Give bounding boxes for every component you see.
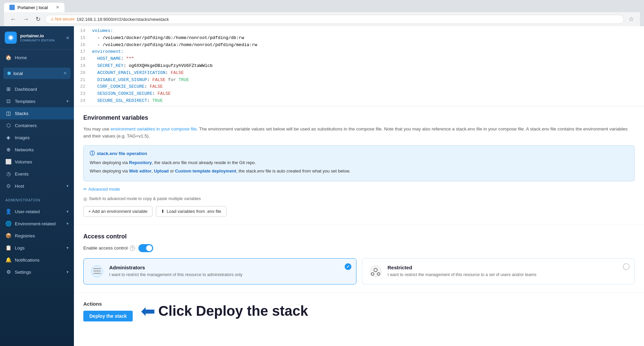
sidebar-item-host[interactable]: ⊙ Host ▾	[0, 180, 74, 192]
sidebar-item-environment-related[interactable]: 🌐 Environment-related ▾	[0, 218, 74, 230]
networks-icon: ⊕	[5, 147, 11, 153]
templates-chevron-icon: ▾	[67, 99, 69, 104]
edit-icon: ✏	[83, 187, 87, 192]
code-area: 14 volumes: 15 - /volume1/docker/pdfding…	[74, 26, 644, 106]
sidebar-item-logs[interactable]: 📋 Logs ▾	[0, 242, 74, 254]
env-compose-link[interactable]: environment variables in your compose fi…	[111, 126, 197, 131]
code-block: 14 volumes: 15 - /volume1/docker/pdfding…	[74, 26, 644, 106]
sidebar-settings-label: Settings	[15, 270, 31, 275]
load-env-variables-button[interactable]: ⬆ Load variables from .env file	[156, 206, 226, 217]
access-cards: Administrators I want to restrict the ma…	[83, 258, 635, 284]
notifications-icon: 🔔	[5, 257, 11, 263]
access-control-toggle[interactable]	[138, 244, 153, 252]
code-line-20: 20 ACCOUNT_EMAIL_VERIFICATION: FALSE	[74, 70, 644, 77]
restricted-title: Restricted	[388, 265, 536, 270]
administrators-card-text: Administrators I want to restrict the ma…	[109, 265, 243, 278]
code-line-14: 14 volumes:	[74, 28, 644, 35]
svg-point-1	[9, 36, 12, 39]
sidebar-home-section: 🏠 Home	[0, 49, 74, 66]
sidebar-item-volumes[interactable]: ⬜ Volumes	[0, 156, 74, 168]
sidebar-item-networks[interactable]: ⊕ Networks	[0, 144, 74, 156]
sidebar-item-templates[interactable]: ⊡ Templates ▾	[0, 95, 74, 107]
sidebar-templates-label: Templates	[15, 99, 36, 104]
access-control-help-icon[interactable]: ?	[130, 245, 135, 251]
logo-icon	[5, 32, 17, 44]
upload-link[interactable]: Upload	[154, 168, 169, 174]
line-content: - /volume1/docker/pdfding/db:/home/nonro…	[91, 35, 644, 42]
line-number: 23	[74, 90, 91, 98]
sidebar-item-containers[interactable]: ⬡ Containers	[0, 119, 74, 131]
add-env-variable-button[interactable]: + Add an environment variable	[83, 206, 153, 217]
images-icon: ◈	[5, 134, 11, 141]
administrators-title: Administrators	[109, 265, 243, 270]
tab-close-button[interactable]: ×	[56, 5, 59, 10]
logo-text: portainer.io	[20, 33, 55, 39]
logo-text-area: portainer.io COMMUNITY EDITION	[20, 33, 55, 42]
repository-link[interactable]: Repository	[129, 160, 152, 165]
sidebar-volumes-label: Volumes	[15, 159, 32, 164]
click-deploy-text: Click Deploy the stack	[158, 303, 308, 319]
sidebar-item-home[interactable]: 🏠 Home	[0, 51, 74, 64]
env-variables-section: Environment variables You may use enviro…	[74, 106, 644, 225]
sidebar-item-images[interactable]: ◈ Images	[0, 131, 74, 144]
home-icon: 🏠	[5, 54, 11, 61]
line-content: environment:	[91, 48, 644, 55]
sidebar-containers-label: Containers	[15, 123, 37, 128]
administrators-desc: I want to restrict the management of thi…	[109, 272, 243, 278]
volumes-icon: ⬜	[5, 159, 11, 165]
line-number: 14	[74, 28, 91, 35]
sidebar-registries-label: Registries	[15, 233, 35, 238]
line-content: volumes:	[91, 28, 644, 35]
web-editor-link[interactable]: Web editor	[129, 168, 152, 174]
code-line-23: 23 SESSION_COOKIE_SECURE: FALSE	[74, 90, 644, 98]
favicon-icon	[9, 5, 15, 10]
sidebar-item-registries[interactable]: 📦 Registries	[0, 230, 74, 242]
env-close-button[interactable]: ×	[63, 70, 67, 76]
app-container: portainer.io COMMUNITY EDITION « 🏠 Home …	[0, 26, 644, 346]
containers-icon: ⬡	[5, 122, 11, 128]
browser-tab[interactable]: Portainer | local ×	[4, 3, 65, 12]
custom-template-link[interactable]: Custom template deployment	[175, 168, 236, 174]
line-content: CSRF_COOKIE_SECURE: FALSE	[91, 83, 644, 90]
restricted-card[interactable]: Restricted I want to restrict the manage…	[362, 258, 635, 284]
env-name: local	[13, 71, 61, 76]
sidebar-item-dashboard[interactable]: ⊞ Dashboard	[0, 83, 74, 95]
administrators-icon	[90, 265, 104, 278]
restricted-radio[interactable]	[623, 263, 630, 270]
sidebar-item-settings[interactable]: ⚙ Settings ▾	[0, 266, 74, 278]
sidebar-item-events[interactable]: ◷ Events	[0, 168, 74, 180]
info-line-1: When deploying via Repository, the stack…	[90, 159, 628, 166]
bookmark-button[interactable]: ☆	[627, 14, 636, 24]
line-number: 21	[74, 77, 91, 84]
sidebar-item-user-related[interactable]: 👤 User-related ▾	[0, 205, 74, 218]
administrators-card[interactable]: Administrators I want to restrict the ma…	[83, 258, 356, 284]
not-secure-indicator: ⚠ Not secure	[50, 17, 75, 22]
env-info-box: ⓘ stack.env file operation When deployin…	[83, 145, 635, 181]
sidebar-item-notifications[interactable]: 🔔 Notifications	[0, 254, 74, 266]
sidebar-item-stacks[interactable]: ◫ Stacks	[0, 107, 74, 119]
line-content: HOST_NAME: "*"	[91, 55, 644, 63]
line-number: 16	[74, 42, 91, 49]
sidebar-collapse-button[interactable]: «	[66, 35, 69, 41]
line-number: 17	[74, 48, 91, 55]
address-bar[interactable]: ⚠ Not secure 192.168.1.18:9000/#!/2/dock…	[45, 15, 624, 24]
sidebar-networks-label: Networks	[15, 147, 34, 152]
sidebar-events-label: Events	[15, 171, 29, 177]
browser-toolbar: ← → ↻ ⚠ Not secure 192.168.1.18:9000/#!/…	[4, 12, 640, 26]
administrators-radio[interactable]	[345, 263, 351, 270]
deploy-stack-button[interactable]: Deploy the stack	[83, 311, 133, 321]
env-badge[interactable]: local ×	[3, 68, 71, 79]
advanced-mode-link[interactable]: ✏ Advanced mode	[83, 187, 120, 192]
sidebar-main-items: ⊞ Dashboard ⊡ Templates ▾ ◫ Stacks ⬡ Con…	[0, 81, 74, 194]
line-content: SESSION_COOKIE_SECURE: FALSE	[91, 90, 644, 98]
line-number: 24	[74, 98, 91, 105]
line-content: SECURE_SSL_REDIRECT: TRUE	[91, 98, 644, 105]
line-content: DISABLE_USER_SIGNUP: FALSE for TRUE	[91, 77, 644, 84]
access-control-section: Access control Enable access control ?	[74, 225, 644, 293]
line-number: 22	[74, 83, 91, 90]
back-button[interactable]: ←	[8, 15, 18, 24]
actions-section: Actions Deploy the stack ⬅ Click Deploy …	[74, 293, 644, 330]
refresh-button[interactable]: ↻	[34, 15, 43, 24]
advanced-hint-text: Switch to advanced mode to copy & paste …	[89, 196, 201, 201]
forward-button[interactable]: →	[21, 15, 31, 24]
